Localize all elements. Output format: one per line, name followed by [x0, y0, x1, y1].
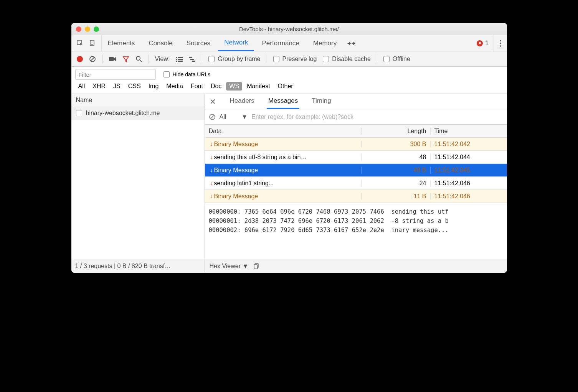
titlebar: DevTools - binary-websocket.glitch.me/ — [71, 23, 507, 35]
minimize-window-button[interactable] — [85, 26, 90, 32]
filter-js[interactable]: JS — [110, 82, 124, 91]
group-by-frame-checkbox[interactable]: Group by frame — [208, 56, 260, 63]
error-counter[interactable]: ✕ 1 — [472, 35, 494, 51]
tab-sources[interactable]: Sources — [180, 35, 216, 51]
window-title: DevTools - binary-websocket.glitch.me/ — [71, 26, 507, 32]
tab-console[interactable]: Console — [142, 35, 178, 51]
arrow-down-icon: ↓ — [209, 193, 214, 200]
svg-rect-14 — [178, 59, 183, 60]
request-row[interactable]: binary-websocket.glitch.me — [71, 106, 205, 120]
detail-pane: ✕ Headers Messages Timing All ▼ Enter re… — [205, 94, 507, 259]
record-button[interactable] — [77, 56, 83, 62]
filter-css[interactable]: CSS — [125, 82, 144, 91]
detail-tabs: ✕ Headers Messages Timing — [205, 94, 507, 109]
svg-rect-8 — [109, 57, 114, 61]
svg-rect-16 — [178, 61, 183, 62]
messages-filter-bar: All ▼ Enter regex, for example: (web)?so… — [205, 109, 507, 125]
svg-line-7 — [91, 57, 94, 61]
large-rows-icon[interactable] — [176, 56, 183, 62]
tab-memory[interactable]: Memory — [307, 35, 343, 51]
filter-font[interactable]: Font — [188, 82, 206, 91]
more-tabs-icon[interactable] — [343, 41, 360, 46]
copy-icon[interactable] — [254, 263, 260, 269]
waterfall-icon[interactable] — [189, 56, 196, 62]
toolbar-divider — [102, 55, 102, 63]
status-left: 1 / 3 requests | 0 B / 820 B transf… — [71, 259, 205, 273]
hex-viewer[interactable]: 00000000: 7365 6e64 696e 6720 7468 6973 … — [205, 203, 507, 259]
toolbar-divider-4 — [267, 55, 267, 63]
type-filters: All XHR JS CSS Img Media Font Doc WS Man… — [75, 82, 503, 94]
dropdown-icon: ▼ — [241, 114, 248, 120]
toolbar-divider-2 — [149, 55, 149, 63]
regex-filter-input[interactable]: Enter regex, for example: (web)?sock — [251, 114, 503, 120]
filter-all[interactable]: All — [75, 82, 88, 91]
inspect-icon[interactable] — [77, 40, 84, 47]
svg-point-9 — [136, 56, 140, 60]
error-badge-icon: ✕ — [477, 40, 483, 46]
message-row[interactable]: ↓Binary Message 11 B 11:51:42.046 — [205, 190, 507, 203]
zoom-window-button[interactable] — [94, 26, 99, 32]
messages-table-header[interactable]: Data Length Time — [205, 125, 507, 138]
filter-media[interactable]: Media — [163, 82, 186, 91]
svg-line-21 — [210, 115, 214, 119]
svg-rect-15 — [176, 61, 177, 62]
view-label: View: — [155, 56, 170, 63]
clear-icon[interactable] — [89, 56, 96, 63]
filter-img[interactable]: Img — [145, 82, 162, 91]
tab-elements[interactable]: Elements — [102, 35, 141, 51]
filter-ws[interactable]: WS — [226, 82, 242, 91]
svg-rect-13 — [176, 59, 177, 60]
svg-rect-12 — [178, 57, 183, 58]
message-row[interactable]: ↓Binary Message 48 B 11:51:42.045 — [205, 164, 507, 177]
error-count: 1 — [485, 40, 489, 47]
filter-icon[interactable] — [122, 56, 129, 63]
message-row[interactable]: ↓sending this utf-8 string as a bin… 48 … — [205, 151, 507, 164]
message-row[interactable]: ↓Binary Message 300 B 11:51:42.042 — [205, 138, 507, 151]
disable-cache-checkbox[interactable]: Disable cache — [323, 56, 371, 63]
filter-input[interactable] — [75, 69, 156, 80]
requests-pane: Name binary-websocket.glitch.me — [71, 94, 205, 259]
svg-point-5 — [500, 45, 501, 47]
svg-point-3 — [500, 40, 501, 41]
devtools-window: DevTools - binary-websocket.glitch.me/ E… — [71, 23, 507, 273]
filter-manifest[interactable]: Manifest — [244, 82, 273, 91]
arrow-down-icon: ↓ — [209, 154, 214, 161]
content-area: Name binary-websocket.glitch.me ✕ Header… — [71, 94, 507, 259]
filter-xhr[interactable]: XHR — [89, 82, 109, 91]
svg-rect-17 — [189, 57, 192, 58]
col-data: Data — [205, 128, 361, 135]
svg-rect-23 — [254, 265, 258, 269]
svg-rect-2 — [91, 44, 93, 44]
clear-messages-icon[interactable] — [209, 114, 216, 120]
svg-rect-19 — [192, 61, 195, 62]
main-tabstrip: Elements Console Sources Network Perform… — [71, 35, 507, 51]
filter-other[interactable]: Other — [275, 82, 296, 91]
toolbar-divider-5 — [377, 55, 377, 63]
preserve-log-checkbox[interactable]: Preserve log — [273, 56, 317, 63]
close-detail-icon[interactable]: ✕ — [210, 97, 218, 106]
tab-headers[interactable]: Headers — [228, 94, 256, 109]
hide-data-urls-checkbox[interactable]: Hide data URLs — [163, 71, 211, 77]
col-length: Length — [361, 128, 430, 135]
message-type-select[interactable]: All ▼ — [220, 114, 248, 120]
tab-messages[interactable]: Messages — [267, 94, 299, 109]
window-controls — [76, 26, 99, 32]
settings-menu-icon[interactable] — [494, 40, 507, 47]
hex-viewer-select[interactable]: Hex Viewer ▼ — [210, 263, 249, 270]
message-row[interactable]: ↓sending latin1 string... 24 11:51:42.04… — [205, 177, 507, 190]
tab-performance[interactable]: Performance — [256, 35, 305, 51]
filter-doc[interactable]: Doc — [208, 82, 225, 91]
offline-checkbox[interactable]: Offline — [383, 56, 410, 63]
requests-header[interactable]: Name — [71, 94, 205, 106]
request-row-icon — [76, 110, 82, 116]
tab-timing[interactable]: Timing — [310, 94, 332, 109]
svg-rect-1 — [90, 40, 94, 46]
tab-network[interactable]: Network — [218, 35, 254, 51]
camera-icon[interactable] — [109, 56, 116, 62]
device-toggle-icon[interactable] — [89, 40, 96, 47]
svg-rect-11 — [176, 57, 177, 58]
close-window-button[interactable] — [76, 26, 81, 32]
network-toolbar: View: Group by frame Preserve log Disabl… — [71, 51, 507, 67]
search-icon[interactable] — [135, 56, 142, 63]
filter-bar: Hide data URLs All XHR JS CSS Img Media … — [71, 67, 507, 94]
